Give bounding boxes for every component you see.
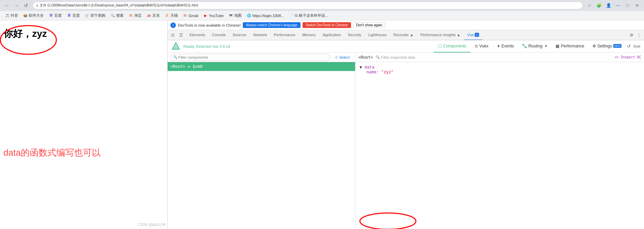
tree-item-root-label: <Root> = $vm0 bbox=[170, 64, 202, 69]
forward-button[interactable]: → bbox=[12, 1, 20, 10]
devtools-panel: i DevTools is now available in Chinese! … bbox=[167, 20, 644, 229]
data-filter-placeholder: Filter inspected data bbox=[381, 55, 415, 59]
bookmark-star-button[interactable]: ☆ bbox=[585, 1, 593, 10]
events-icon: ✦ bbox=[497, 44, 500, 48]
component-panel: 🔍 ⊹ Select <Root> = $vm0 bbox=[168, 53, 355, 229]
bookmark-baidu1-label: 百度 bbox=[54, 13, 62, 18]
data-content: ▼ data name: "zyz" bbox=[355, 62, 644, 229]
panel-toggle-icon[interactable]: ☰ bbox=[177, 31, 185, 39]
bookmark-taobao-label: 淘宝 bbox=[134, 13, 142, 18]
dock-icon[interactable]: ⊡ bbox=[169, 31, 177, 39]
douyin-icon: 🎵 bbox=[5, 13, 10, 18]
bookmark-software[interactable]: 📦 软件大全 bbox=[21, 12, 46, 19]
devtools-notification-bar: i DevTools is now available in Chinese! … bbox=[168, 20, 644, 30]
select-cursor-icon: ⊹ bbox=[335, 55, 338, 60]
website-icon: 🌐 bbox=[247, 13, 251, 18]
tab-performance[interactable]: Performance bbox=[270, 30, 299, 40]
csdn-watermark: CSDN @做笔记用 bbox=[138, 223, 166, 227]
inspect-dc-label: <> Inspect DC bbox=[615, 55, 641, 59]
tab-memory[interactable]: Memory bbox=[299, 30, 319, 40]
bookmark-douyin[interactable]: 🎵 抖音 bbox=[3, 12, 20, 19]
devtools-more-button[interactable]: ⋮ bbox=[635, 31, 643, 39]
vue-nav-events[interactable]: ✦ Events bbox=[493, 40, 518, 53]
data-inspector-panel: <Root> 🔍 Filter inspected data <> Inspec… bbox=[355, 53, 644, 229]
bookmark-1008[interactable]: 🌐 https://login.1008... bbox=[244, 13, 286, 19]
bookmark-search-label: 搜索 bbox=[116, 13, 124, 18]
bookmark-maps[interactable]: 🗺 地图 bbox=[226, 12, 244, 19]
data-panel-toolbar: <Root> 🔍 Filter inspected data <> Inspec… bbox=[355, 53, 644, 62]
data-key-label: data bbox=[364, 65, 374, 70]
match-language-button[interactable]: Always match Chrome's language bbox=[243, 22, 300, 28]
vue-nav-components[interactable]: ⬡ Components bbox=[434, 40, 471, 53]
vue-content-area: 🔍 ⊹ Select <Root> = $vm0 <R bbox=[168, 53, 644, 229]
svg-rect-3 bbox=[522, 44, 524, 45]
tab-elements[interactable]: Elements bbox=[186, 30, 209, 40]
extension-button[interactable]: 🧩 bbox=[595, 1, 603, 10]
maps-icon: 🗺 bbox=[228, 13, 233, 18]
vue-refresh-label: Refr bbox=[633, 44, 641, 48]
data-section: ▼ data bbox=[360, 65, 640, 70]
bookmark-baidu1[interactable]: 百 百度 bbox=[46, 12, 64, 19]
bookmark-software-label: 软件大全 bbox=[29, 13, 44, 18]
software-icon: 📦 bbox=[23, 13, 28, 18]
bookmark-douyin-label: 抖音 bbox=[11, 13, 18, 18]
bookmark-youtube[interactable]: ▶ YouTube bbox=[201, 13, 226, 19]
address-text: 文件 G:/360MoveData/Users/静小文/Desktop/vue_… bbox=[40, 3, 198, 8]
tab-vue[interactable]: Vue 1 bbox=[464, 30, 482, 40]
tab-console[interactable]: Console bbox=[209, 30, 229, 40]
tab-network[interactable]: Network bbox=[250, 30, 270, 40]
bookmark-gmail[interactable]: M Gmail bbox=[181, 13, 200, 19]
bookmark-gezi[interactable]: 📄 G:格子达本科毕设... bbox=[287, 12, 330, 19]
component-search-input[interactable] bbox=[170, 54, 330, 61]
profile-button[interactable]: 👤 bbox=[604, 1, 613, 10]
minimize-button[interactable]: — bbox=[614, 1, 622, 10]
tree-item-root[interactable]: <Root> = $vm0 bbox=[168, 62, 355, 71]
refresh-button[interactable]: ↺ bbox=[22, 1, 30, 10]
annotation-circle-text bbox=[0, 22, 61, 56]
tab-security[interactable]: Security bbox=[344, 30, 365, 40]
bookmark-tianmao[interactable]: 天 天猫 bbox=[163, 12, 180, 19]
bookmark-jd-label: 京东 bbox=[152, 13, 160, 18]
settings-icon: ⚙ bbox=[592, 44, 596, 48]
bookmark-jd[interactable]: JD 京东 bbox=[144, 12, 162, 19]
close-button[interactable]: ✕ bbox=[633, 1, 641, 10]
tab-lighthouse[interactable]: Lighthouse bbox=[365, 30, 390, 40]
jd-icon: JD bbox=[146, 13, 151, 18]
vue-refresh-button[interactable]: ↺ bbox=[626, 42, 632, 50]
vue-nav-settings[interactable]: ⚙ Settings NEW bbox=[588, 40, 626, 53]
title-bar: ← → ↺ ℹ 文件 G:/360MoveData/Users/静小文/Desk… bbox=[0, 0, 644, 11]
back-button[interactable]: ← bbox=[3, 1, 11, 10]
vue-status: Ready. Detected Vue 2.6.14. bbox=[183, 44, 434, 48]
main-area: 你好，zyz data的函数式编写也可以 CSDN @做笔记用 i DevToo… bbox=[0, 20, 644, 229]
maximize-button[interactable]: □ bbox=[624, 1, 632, 10]
dont-show-button[interactable]: Don't show again bbox=[353, 22, 385, 28]
baidu1-icon: 百 bbox=[48, 13, 53, 18]
performance-icon: ▦ bbox=[556, 44, 559, 48]
vue-nav-vuex[interactable]: ⊙ Vuex bbox=[471, 40, 493, 53]
vue-nav-performance[interactable]: ▦ Performance bbox=[551, 40, 588, 53]
bookmark-baidu2[interactable]: 百 百度 bbox=[65, 12, 82, 19]
devtools-settings-button[interactable]: ⚙ bbox=[628, 31, 635, 39]
address-bar[interactable]: ℹ 文件 G:/360MoveData/Users/静小文/Desktop/vu… bbox=[33, 2, 583, 9]
page-subtitle: data的函数式编写也可以 bbox=[3, 147, 101, 159]
tab-application[interactable]: Application bbox=[319, 30, 345, 40]
data-expand-toggle[interactable]: ▼ bbox=[360, 65, 364, 70]
data-name-prop: name: "zyz" bbox=[366, 70, 640, 74]
bookmark-search[interactable]: 🔍 搜索 bbox=[108, 12, 126, 19]
tab-perf-insights[interactable]: Performance insights ▲ bbox=[417, 30, 464, 40]
tab-recorder[interactable]: Recorder ▲ bbox=[390, 30, 417, 40]
bookmark-suning-label: 苏宁易购 bbox=[90, 13, 106, 18]
data-name-key: name: bbox=[366, 70, 379, 74]
bookmark-suning[interactable]: 🛒 苏宁易购 bbox=[83, 12, 108, 19]
switch-devtools-button[interactable]: Switch DevTools to Chinese bbox=[303, 22, 351, 28]
tab-sources[interactable]: Sources bbox=[229, 30, 250, 40]
title-bar-actions: ☆ 🧩 👤 — □ ✕ bbox=[585, 1, 641, 10]
bookmark-taobao[interactable]: 淘 淘宝 bbox=[126, 12, 144, 19]
youtube-icon: ▶ bbox=[203, 13, 208, 18]
nav-buttons: ← → ↺ bbox=[3, 1, 30, 10]
bookmark-baidu2-label: 百度 bbox=[72, 13, 80, 18]
bookmark-tianmao-label: 天猫 bbox=[170, 13, 178, 18]
devtools-info-icon: i bbox=[170, 23, 176, 28]
select-button[interactable]: ⊹ Select bbox=[332, 54, 352, 60]
vue-nav-routing[interactable]: Routing ▼ bbox=[518, 40, 551, 53]
